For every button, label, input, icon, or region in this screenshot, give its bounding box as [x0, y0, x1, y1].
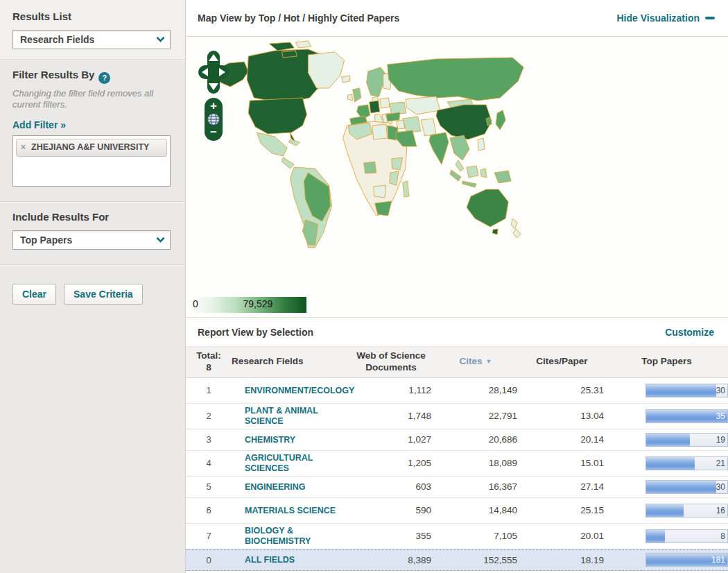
row-rank: 7	[186, 531, 232, 541]
research-field-link[interactable]: PLANT & ANIMAL SCIENCE	[245, 406, 345, 427]
row-cites-per-paper: 25.15	[519, 505, 605, 515]
table-row: 3 CHEMISTRY 1,027 20,686 20.14 19	[186, 429, 728, 451]
row-cites: 28,149	[433, 385, 519, 395]
filter-chip-label: ZHEJIANG A&F UNIVERSITY	[31, 142, 162, 153]
zoom-out-icon: −	[210, 126, 217, 139]
add-filter-link[interactable]: Add Filter »	[12, 119, 66, 130]
main-content: Map View by Top / Hot / Highly Cited Pap…	[186, 0, 728, 573]
map-arctic-island[interactable]	[295, 41, 311, 48]
row-cites: 14,840	[433, 505, 519, 515]
map-header: Map View by Top / Hot / Highly Cited Pap…	[186, 0, 728, 37]
world-map[interactable]	[186, 37, 728, 317]
table-row: 2 PLANT & ANIMAL SCIENCE 1,748 22,791 13…	[186, 404, 728, 429]
table-row: 1 ENVIRONMENT/ECOLOGY 1,112 28,149 25.31…	[186, 378, 728, 404]
table-body: 1 ENVIRONMENT/ECOLOGY 1,112 28,149 25.31…	[186, 378, 728, 571]
total-count: Total:8	[186, 347, 232, 377]
top-papers-value: 35	[716, 411, 725, 421]
row-cites-per-paper: 20.01	[519, 531, 605, 541]
sort-descending-icon: ▼	[486, 358, 492, 365]
top-papers-bar: 21	[645, 456, 728, 470]
column-header-cites[interactable]: Cites▼	[433, 352, 519, 371]
map-country-korea[interactable]	[486, 117, 492, 126]
top-papers-bar: 19	[645, 433, 728, 447]
row-wos-documents: 1,748	[349, 411, 433, 421]
minus-icon	[705, 17, 715, 19]
remove-filter-icon[interactable]: ×	[21, 142, 26, 152]
top-papers-value: 19	[716, 435, 725, 445]
results-list-dropdown-value: Research Fields	[20, 34, 94, 45]
row-wos-documents: 1,205	[349, 458, 433, 468]
row-rank: 4	[186, 458, 232, 468]
help-icon[interactable]: ?	[98, 72, 110, 84]
active-filters-box: × ZHEJIANG A&F UNIVERSITY	[12, 135, 171, 187]
filter-note: Changing the filter field removes all cu…	[12, 88, 173, 111]
results-list-dropdown[interactable]: Research Fields	[12, 30, 171, 49]
hide-visualization-link[interactable]: Hide Visualization	[616, 12, 715, 24]
row-wos-documents: 8,389	[349, 555, 433, 565]
map-arctic-island[interactable]	[281, 51, 297, 58]
map-country-germany[interactable]	[370, 101, 380, 113]
chevron-down-icon	[156, 234, 165, 243]
row-cites: 16,367	[433, 481, 519, 492]
column-header-wos-documents[interactable]: Web of Science Documents	[349, 347, 433, 377]
customize-link[interactable]: Customize	[665, 327, 714, 338]
include-results-dropdown[interactable]: Top Papers	[12, 230, 171, 250]
esi-indicators-page: Results List Research Fields Filter Resu…	[0, 0, 728, 573]
top-papers-bar: 30	[645, 384, 728, 397]
clear-button[interactable]: Clear	[12, 284, 56, 305]
research-field-link[interactable]: AGRICULTURAL SCIENCES	[245, 453, 345, 474]
map-title: Map View by Top / Hot / Highly Cited Pap…	[198, 12, 399, 24]
top-papers-bar-fill	[646, 481, 716, 493]
hide-visualization-label: Hide Visualization	[616, 12, 700, 24]
map-legend: 0 79,529	[191, 297, 306, 313]
legend-max-value: 79,529	[243, 298, 272, 309]
row-cites: 20,686	[433, 434, 519, 445]
table-row: 4 AGRICULTURAL SCIENCES 1,205 18,089 15.…	[186, 451, 728, 477]
column-header-research-fields[interactable]: Research Fields	[232, 352, 349, 371]
research-field-link[interactable]: MATERIALS SCIENCE	[245, 506, 336, 516]
row-wos-documents: 590	[349, 505, 433, 515]
map-zoom-control[interactable]: + −	[205, 98, 223, 141]
map-tasmania[interactable]	[492, 229, 498, 234]
top-papers-bar-fill	[646, 410, 727, 422]
row-wos-documents: 1,112	[349, 385, 433, 395]
top-papers-bar-fill	[646, 457, 695, 470]
top-papers-bar-fill	[646, 504, 684, 517]
top-papers-bar: 8	[645, 529, 728, 543]
column-header-cites-per-paper[interactable]: Cites/Paper	[519, 352, 605, 371]
column-header-top-papers[interactable]: Top Papers	[605, 352, 728, 371]
row-wos-documents: 355	[349, 531, 433, 541]
row-cites: 22,791	[433, 411, 519, 421]
top-papers-bar: 35	[645, 409, 728, 423]
row-cites-per-paper: 15.01	[519, 458, 605, 468]
row-cites-per-paper: 13.04	[519, 411, 605, 421]
map-country-philippines[interactable]	[478, 138, 485, 151]
row-wos-documents: 1,027	[349, 434, 433, 445]
row-rank: 1	[186, 385, 232, 395]
research-field-link[interactable]: BIOLOGY & BIOCHEMISTRY	[245, 526, 345, 547]
row-cites-per-paper: 25.31	[519, 385, 605, 395]
top-papers-bar: 16	[645, 504, 728, 518]
results-list-heading: Results List	[12, 10, 173, 22]
include-results-dropdown-value: Top Papers	[20, 234, 72, 246]
table-header-row: Total:8 Research Fields Web of Science D…	[186, 347, 728, 378]
include-results-section: Include Results For Top Papers	[0, 201, 185, 264]
research-field-link[interactable]: CHEMISTRY	[245, 435, 295, 445]
filter-heading: Filter Results By	[12, 69, 94, 80]
filter-chip[interactable]: × ZHEJIANG A&F UNIVERSITY	[16, 139, 167, 157]
research-field-link[interactable]: ENGINEERING	[245, 482, 306, 493]
table-row: 6 MATERIALS SCIENCE 590 14,840 25.15 16	[186, 498, 728, 524]
sidebar: Results List Research Fields Filter Resu…	[0, 0, 186, 573]
row-rank: 2	[186, 411, 232, 421]
top-papers-bar-fill	[646, 530, 665, 542]
row-wos-documents: 603	[349, 481, 433, 492]
research-field-link[interactable]: ENVIRONMENT/ECOLOGY	[245, 386, 354, 396]
row-rank: 5	[186, 481, 232, 492]
top-papers-bar-fill	[646, 434, 690, 446]
map-pan-control[interactable]	[198, 51, 229, 94]
row-rank: 3	[186, 434, 232, 445]
map-middle-east[interactable]	[397, 120, 405, 129]
save-criteria-button[interactable]: Save Criteria	[64, 284, 143, 305]
include-results-heading: Include Results For	[12, 211, 173, 223]
research-field-link[interactable]: ALL FIELDS	[245, 555, 295, 565]
